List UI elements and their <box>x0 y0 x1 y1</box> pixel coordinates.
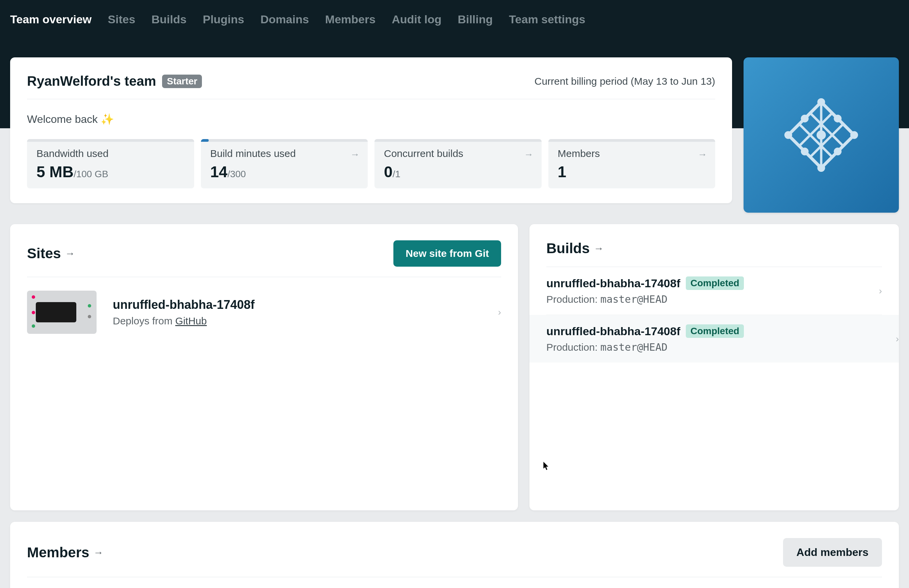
build-site-name: unruffled-bhabha-17408f <box>546 325 680 338</box>
members-title-link[interactable]: Members → <box>27 544 104 561</box>
arrow-icon: → <box>93 547 104 558</box>
site-info: unruffled-bhabha-17408f Deploys from Git… <box>113 298 255 327</box>
content: RyanWelford's team Starter Current billi… <box>10 57 899 588</box>
tab-audit-log[interactable]: Audit log <box>392 13 442 26</box>
builds-card: Builds → unruffled-bhabha-17408f Complet… <box>529 224 899 510</box>
stat-members[interactable]: → Members 1 <box>548 139 715 188</box>
site-name: unruffled-bhabha-17408f <box>113 298 255 312</box>
sites-title: Sites <box>27 246 61 262</box>
chevron-right-icon: › <box>896 333 899 344</box>
builds-title-link[interactable]: Builds → <box>546 240 604 257</box>
sites-card: Sites → New site from Git unruffled-bhab… <box>10 224 518 510</box>
tab-team-settings[interactable]: Team settings <box>509 13 585 26</box>
stat-concurrent-value: 0 <box>384 163 393 181</box>
build-row[interactable]: unruffled-bhabha-17408f Completed Produc… <box>529 315 899 362</box>
stat-bandwidth-value: 5 MB <box>36 163 74 181</box>
tab-domains[interactable]: Domains <box>260 13 309 26</box>
build-status-badge: Completed <box>686 325 744 338</box>
sites-card-header: Sites → New site from Git <box>27 240 501 277</box>
billing-period: Current billing period (May 13 to Jun 13… <box>535 76 715 87</box>
site-thumbnail <box>27 291 97 334</box>
stat-build-limit: /300 <box>228 169 246 179</box>
stat-build-bar <box>201 139 368 142</box>
team-name-row: RyanWelford's team Starter <box>27 74 202 89</box>
netlify-logo-icon <box>782 96 860 174</box>
arrow-icon: → <box>698 149 707 160</box>
site-sub-prefix: Deploys from <box>113 315 175 326</box>
build-ref: master@HEAD <box>600 293 668 305</box>
site-source-link[interactable]: GitHub <box>175 315 207 326</box>
stat-concurrent-label: Concurrent builds <box>384 148 532 159</box>
members-card-header: Members → Add members <box>27 538 882 577</box>
overview-header: RyanWelford's team Starter Current billi… <box>27 74 715 99</box>
stat-bandwidth-label: Bandwidth used <box>36 148 185 159</box>
stat-concurrent-bar <box>374 139 542 142</box>
stat-build-minutes[interactable]: → Build minutes used 14 /300 <box>201 139 368 188</box>
site-row[interactable]: unruffled-bhabha-17408f Deploys from Git… <box>27 277 501 347</box>
build-subtitle: Production: master@HEAD <box>546 341 882 353</box>
top-row: RyanWelford's team Starter Current billi… <box>10 57 899 213</box>
stat-build-value: 14 <box>210 163 228 181</box>
tab-team-overview[interactable]: Team overview <box>10 13 92 26</box>
build-status-badge: Completed <box>686 276 744 290</box>
stat-bandwidth-bar <box>27 139 194 142</box>
members-card: Members → Add members <box>10 522 899 588</box>
team-overview-card: RyanWelford's team Starter Current billi… <box>10 57 732 203</box>
tab-plugins[interactable]: Plugins <box>202 13 244 26</box>
svg-point-10 <box>814 128 828 141</box>
arrow-icon: → <box>524 149 534 160</box>
stats-row: Bandwidth used 5 MB /100 GB → Build minu… <box>27 139 715 188</box>
tab-members[interactable]: Members <box>325 13 375 26</box>
tab-sites[interactable]: Sites <box>108 13 135 26</box>
plan-badge: Starter <box>162 74 202 88</box>
stat-members-label: Members <box>558 148 706 159</box>
build-ref: master@HEAD <box>600 341 668 353</box>
stat-bandwidth[interactable]: Bandwidth used 5 MB /100 GB <box>27 139 194 188</box>
new-site-button[interactable]: New site from Git <box>393 240 501 267</box>
builds-title: Builds <box>546 240 590 257</box>
add-members-button[interactable]: Add members <box>783 538 882 567</box>
stat-bandwidth-limit: /100 GB <box>74 169 108 179</box>
chevron-right-icon: › <box>879 286 882 296</box>
sites-title-link[interactable]: Sites → <box>27 246 75 262</box>
arrow-icon: → <box>65 248 75 259</box>
stat-members-bar <box>548 139 715 142</box>
team-logo-tile <box>744 57 899 213</box>
build-site-name: unruffled-bhabha-17408f <box>546 277 680 290</box>
stat-build-label: Build minutes used <box>210 148 359 159</box>
site-subtitle: Deploys from GitHub <box>113 315 255 327</box>
welcome-message: Welcome back ✨ <box>27 99 715 139</box>
stat-members-value: 1 <box>558 163 567 181</box>
arrow-icon: → <box>350 149 360 160</box>
tab-builds[interactable]: Builds <box>152 13 187 26</box>
tab-billing[interactable]: Billing <box>458 13 493 26</box>
builds-list: unruffled-bhabha-17408f Completed Produc… <box>546 267 882 362</box>
mid-row: Sites → New site from Git unruffled-bhab… <box>10 224 899 510</box>
builds-card-header: Builds → <box>546 240 882 267</box>
build-row[interactable]: unruffled-bhabha-17408f Completed Produc… <box>546 267 882 315</box>
stat-concurrent-builds[interactable]: → Concurrent builds 0 /1 <box>374 139 542 188</box>
main-tabs: Team overview Sites Builds Plugins Domai… <box>10 0 899 39</box>
stat-concurrent-limit: /1 <box>393 169 401 179</box>
team-name: RyanWelford's team <box>27 74 156 89</box>
chevron-right-icon: › <box>498 307 501 318</box>
build-context: Production: <box>546 342 598 353</box>
build-context: Production: <box>546 294 598 305</box>
arrow-icon: → <box>594 243 604 254</box>
build-subtitle: Production: master@HEAD <box>546 293 882 305</box>
members-title: Members <box>27 544 89 561</box>
